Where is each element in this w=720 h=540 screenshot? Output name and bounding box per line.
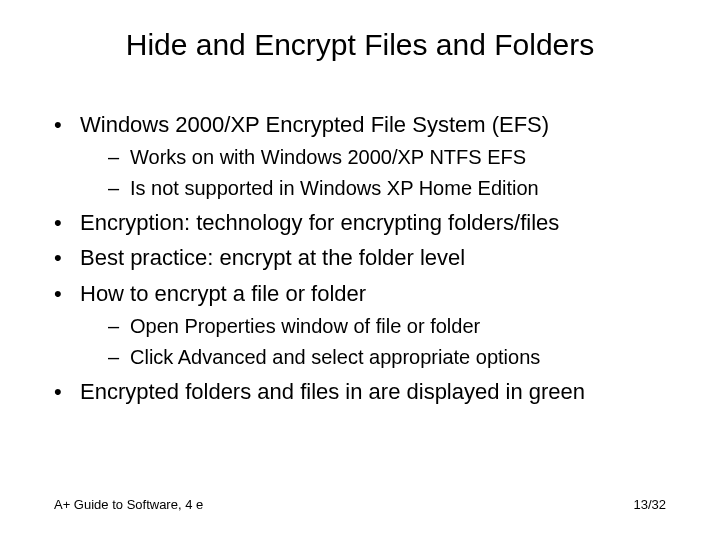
sub-bullet-item: Open Properties window of file or folder	[108, 313, 680, 340]
footer-page-number: 13/32	[633, 497, 666, 512]
bullet-text: Encryption: technology for encrypting fo…	[80, 210, 559, 235]
sub-bullet-text: Click Advanced and select appropriate op…	[130, 346, 540, 368]
bullet-text: How to encrypt a file or folder	[80, 281, 366, 306]
sub-bullet-item: Click Advanced and select appropriate op…	[108, 344, 680, 371]
sub-bullet-list: Open Properties window of file or folder…	[80, 313, 680, 371]
slide-title: Hide and Encrypt Files and Folders	[0, 28, 720, 62]
slide-body: Windows 2000/XP Encrypted File System (E…	[54, 110, 680, 412]
bullet-item: Encrypted folders and files in are displ…	[54, 377, 680, 407]
sub-bullet-text: Works on with Windows 2000/XP NTFS EFS	[130, 146, 526, 168]
bullet-item: Windows 2000/XP Encrypted File System (E…	[54, 110, 680, 202]
sub-bullet-item: Works on with Windows 2000/XP NTFS EFS	[108, 144, 680, 171]
sub-bullet-list: Works on with Windows 2000/XP NTFS EFS I…	[80, 144, 680, 202]
bullet-text: Encrypted folders and files in are displ…	[80, 379, 585, 404]
bullet-item: How to encrypt a file or folder Open Pro…	[54, 279, 680, 371]
bullet-text: Windows 2000/XP Encrypted File System (E…	[80, 112, 549, 137]
slide: Hide and Encrypt Files and Folders Windo…	[0, 0, 720, 540]
footer-source: A+ Guide to Software, 4 e	[54, 497, 203, 512]
sub-bullet-text: Open Properties window of file or folder	[130, 315, 480, 337]
bullet-item: Best practice: encrypt at the folder lev…	[54, 243, 680, 273]
sub-bullet-item: Is not supported in Windows XP Home Edit…	[108, 175, 680, 202]
bullet-text: Best practice: encrypt at the folder lev…	[80, 245, 465, 270]
bullet-item: Encryption: technology for encrypting fo…	[54, 208, 680, 238]
bullet-list: Windows 2000/XP Encrypted File System (E…	[54, 110, 680, 406]
sub-bullet-text: Is not supported in Windows XP Home Edit…	[130, 177, 539, 199]
